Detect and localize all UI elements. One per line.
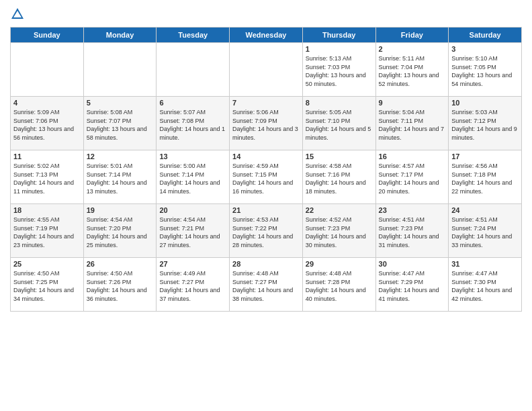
day-number: 30 <box>379 260 446 268</box>
day-number: 24 <box>451 206 519 214</box>
cell-info: Sunrise: 5:00 AM Sunset: 7:14 PM Dayligh… <box>159 162 226 195</box>
day-number: 3 <box>451 45 519 53</box>
cell-info: Sunrise: 5:09 AM Sunset: 7:06 PM Dayligh… <box>13 108 81 142</box>
cell-info: Sunrise: 4:49 AM Sunset: 7:27 PM Dayligh… <box>159 269 226 303</box>
day-number: 25 <box>13 260 81 268</box>
day-number: 15 <box>306 152 373 161</box>
cell-info: Sunrise: 4:54 AM Sunset: 7:20 PM Dayligh… <box>87 216 154 249</box>
day-number: 29 <box>306 260 373 268</box>
day-number: 28 <box>232 260 300 268</box>
logo-icon <box>10 7 25 21</box>
cell-info: Sunrise: 4:48 AM Sunset: 7:28 PM Dayligh… <box>306 269 373 303</box>
calendar-cell: 12Sunrise: 5:01 AM Sunset: 7:14 PM Dayli… <box>83 150 157 204</box>
cell-info: Sunrise: 4:50 AM Sunset: 7:25 PM Dayligh… <box>13 269 81 303</box>
day-number: 2 <box>379 45 446 53</box>
cell-info: Sunrise: 5:01 AM Sunset: 7:14 PM Dayligh… <box>87 162 154 195</box>
calendar-cell: 23Sunrise: 4:51 AM Sunset: 7:23 PM Dayli… <box>375 204 449 258</box>
calendar-cell: 5Sunrise: 5:08 AM Sunset: 7:07 PM Daylig… <box>83 97 157 150</box>
cell-info: Sunrise: 5:11 AM Sunset: 7:04 PM Dayligh… <box>379 54 446 88</box>
day-header-wednesday: Wednesday <box>230 28 303 43</box>
calendar-cell: 29Sunrise: 4:48 AM Sunset: 7:28 PM Dayli… <box>302 258 375 312</box>
cell-info: Sunrise: 4:57 AM Sunset: 7:17 PM Dayligh… <box>379 162 446 195</box>
cell-info: Sunrise: 5:08 AM Sunset: 7:07 PM Dayligh… <box>87 108 154 142</box>
cell-info: Sunrise: 4:47 AM Sunset: 7:30 PM Dayligh… <box>451 269 519 303</box>
day-number: 17 <box>451 152 519 161</box>
day-number: 13 <box>159 152 226 161</box>
calendar-cell: 16Sunrise: 4:57 AM Sunset: 7:17 PM Dayli… <box>375 150 449 204</box>
day-header-saturday: Saturday <box>449 28 522 43</box>
calendar-cell: 10Sunrise: 5:03 AM Sunset: 7:12 PM Dayli… <box>449 97 522 150</box>
day-header-friday: Friday <box>375 28 449 43</box>
cell-info: Sunrise: 5:13 AM Sunset: 7:03 PM Dayligh… <box>306 54 373 88</box>
calendar-week-1: 1Sunrise: 5:13 AM Sunset: 7:03 PM Daylig… <box>11 43 522 97</box>
cell-info: Sunrise: 5:03 AM Sunset: 7:12 PM Dayligh… <box>451 108 519 142</box>
day-number: 1 <box>306 45 373 53</box>
day-number: 20 <box>159 206 226 214</box>
calendar-cell: 8Sunrise: 5:05 AM Sunset: 7:10 PM Daylig… <box>302 97 375 150</box>
header <box>10 7 522 21</box>
calendar-cell: 28Sunrise: 4:48 AM Sunset: 7:27 PM Dayli… <box>230 258 303 312</box>
calendar-cell: 30Sunrise: 4:47 AM Sunset: 7:29 PM Dayli… <box>375 258 449 312</box>
calendar-cell: 13Sunrise: 5:00 AM Sunset: 7:14 PM Dayli… <box>157 150 230 204</box>
cell-info: Sunrise: 4:59 AM Sunset: 7:15 PM Dayligh… <box>232 162 300 195</box>
calendar-cell: 20Sunrise: 4:54 AM Sunset: 7:21 PM Dayli… <box>157 204 230 258</box>
calendar-week-5: 25Sunrise: 4:50 AM Sunset: 7:25 PM Dayli… <box>11 258 522 312</box>
calendar-cell: 25Sunrise: 4:50 AM Sunset: 7:25 PM Dayli… <box>11 258 84 312</box>
calendar-cell: 31Sunrise: 4:47 AM Sunset: 7:30 PM Dayli… <box>449 258 522 312</box>
calendar-cell: 14Sunrise: 4:59 AM Sunset: 7:15 PM Dayli… <box>230 150 303 204</box>
calendar-cell: 27Sunrise: 4:49 AM Sunset: 7:27 PM Dayli… <box>157 258 230 312</box>
cell-info: Sunrise: 4:52 AM Sunset: 7:23 PM Dayligh… <box>306 216 373 249</box>
calendar-week-3: 11Sunrise: 5:02 AM Sunset: 7:13 PM Dayli… <box>11 150 522 204</box>
calendar-cell <box>83 43 157 97</box>
day-header-thursday: Thursday <box>302 28 375 43</box>
cell-info: Sunrise: 4:53 AM Sunset: 7:22 PM Dayligh… <box>232 216 300 249</box>
cell-info: Sunrise: 5:02 AM Sunset: 7:13 PM Dayligh… <box>13 162 81 195</box>
calendar-cell <box>230 43 303 97</box>
cell-info: Sunrise: 4:47 AM Sunset: 7:29 PM Dayligh… <box>379 269 446 303</box>
day-number: 18 <box>13 206 81 214</box>
day-number: 27 <box>159 260 226 268</box>
cell-info: Sunrise: 4:51 AM Sunset: 7:24 PM Dayligh… <box>451 216 519 249</box>
cell-info: Sunrise: 5:10 AM Sunset: 7:05 PM Dayligh… <box>451 54 519 88</box>
day-header-tuesday: Tuesday <box>157 28 230 43</box>
day-number: 14 <box>232 152 300 161</box>
day-header-monday: Monday <box>83 28 157 43</box>
cell-info: Sunrise: 4:58 AM Sunset: 7:16 PM Dayligh… <box>306 162 373 195</box>
calendar-cell: 4Sunrise: 5:09 AM Sunset: 7:06 PM Daylig… <box>11 97 84 150</box>
calendar-cell: 3Sunrise: 5:10 AM Sunset: 7:05 PM Daylig… <box>449 43 522 97</box>
day-number: 4 <box>13 99 81 107</box>
cell-info: Sunrise: 4:48 AM Sunset: 7:27 PM Dayligh… <box>232 269 300 303</box>
calendar-cell: 26Sunrise: 4:50 AM Sunset: 7:26 PM Dayli… <box>83 258 157 312</box>
calendar-cell: 22Sunrise: 4:52 AM Sunset: 7:23 PM Dayli… <box>302 204 375 258</box>
cell-info: Sunrise: 5:06 AM Sunset: 7:09 PM Dayligh… <box>232 108 300 142</box>
calendar-cell: 1Sunrise: 5:13 AM Sunset: 7:03 PM Daylig… <box>302 43 375 97</box>
calendar-cell: 18Sunrise: 4:55 AM Sunset: 7:19 PM Dayli… <box>11 204 84 258</box>
logo <box>10 7 26 21</box>
day-number: 31 <box>451 260 519 268</box>
day-number: 11 <box>13 152 81 161</box>
page: SundayMondayTuesdayWednesdayThursdayFrid… <box>0 0 532 411</box>
calendar-cell <box>157 43 230 97</box>
cell-info: Sunrise: 4:51 AM Sunset: 7:23 PM Dayligh… <box>379 216 446 249</box>
day-number: 5 <box>87 99 154 107</box>
calendar-header-row: SundayMondayTuesdayWednesdayThursdayFrid… <box>11 28 522 43</box>
day-number: 22 <box>306 206 373 214</box>
cell-info: Sunrise: 5:04 AM Sunset: 7:11 PM Dayligh… <box>379 108 446 142</box>
calendar-cell: 21Sunrise: 4:53 AM Sunset: 7:22 PM Dayli… <box>230 204 303 258</box>
calendar-cell <box>11 43 84 97</box>
calendar-cell: 17Sunrise: 4:56 AM Sunset: 7:18 PM Dayli… <box>449 150 522 204</box>
day-number: 9 <box>379 99 446 107</box>
day-number: 8 <box>306 99 373 107</box>
calendar-cell: 24Sunrise: 4:51 AM Sunset: 7:24 PM Dayli… <box>449 204 522 258</box>
cell-info: Sunrise: 4:50 AM Sunset: 7:26 PM Dayligh… <box>87 269 154 303</box>
calendar-week-4: 18Sunrise: 4:55 AM Sunset: 7:19 PM Dayli… <box>11 204 522 258</box>
day-number: 7 <box>232 99 300 107</box>
calendar-cell: 11Sunrise: 5:02 AM Sunset: 7:13 PM Dayli… <box>11 150 84 204</box>
calendar-week-2: 4Sunrise: 5:09 AM Sunset: 7:06 PM Daylig… <box>11 97 522 150</box>
calendar-cell: 15Sunrise: 4:58 AM Sunset: 7:16 PM Dayli… <box>302 150 375 204</box>
day-number: 10 <box>451 99 519 107</box>
day-number: 21 <box>232 206 300 214</box>
calendar-cell: 6Sunrise: 5:07 AM Sunset: 7:08 PM Daylig… <box>157 97 230 150</box>
cell-info: Sunrise: 5:05 AM Sunset: 7:10 PM Dayligh… <box>306 108 373 142</box>
calendar-cell: 19Sunrise: 4:54 AM Sunset: 7:20 PM Dayli… <box>83 204 157 258</box>
